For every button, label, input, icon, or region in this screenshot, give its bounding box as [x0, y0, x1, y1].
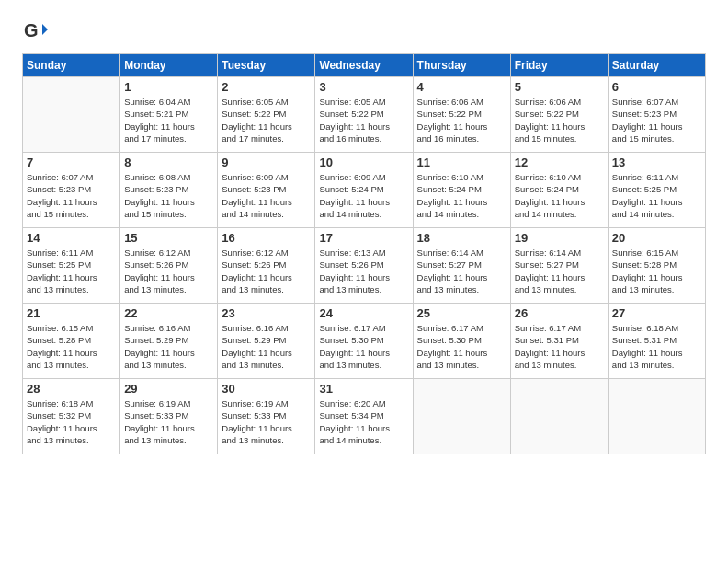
day-info: Sunrise: 6:14 AMSunset: 5:27 PMDaylight:… — [417, 247, 506, 295]
day-number: 31 — [319, 382, 408, 396]
day-header-wednesday: Wednesday — [315, 54, 413, 77]
day-info: Sunrise: 6:05 AMSunset: 5:22 PMDaylight:… — [319, 96, 408, 144]
calendar-cell: 25Sunrise: 6:17 AMSunset: 5:30 PMDayligh… — [413, 304, 510, 379]
day-info: Sunrise: 6:05 AMSunset: 5:22 PMDaylight:… — [222, 96, 311, 144]
day-info: Sunrise: 6:17 AMSunset: 5:31 PMDaylight:… — [515, 322, 604, 371]
calendar-cell: 10Sunrise: 6:09 AMSunset: 5:24 PMDayligh… — [315, 153, 413, 228]
day-number: 12 — [515, 155, 604, 169]
day-info: Sunrise: 6:17 AMSunset: 5:30 PMDaylight:… — [417, 322, 506, 371]
day-info: Sunrise: 6:07 AMSunset: 5:23 PMDaylight:… — [27, 171, 116, 220]
day-number: 26 — [515, 306, 604, 320]
day-number: 14 — [27, 231, 116, 245]
day-info: Sunrise: 6:18 AMSunset: 5:31 PMDaylight:… — [612, 322, 701, 371]
calendar-cell: 19Sunrise: 6:14 AMSunset: 5:27 PMDayligh… — [510, 228, 608, 304]
calendar-cell — [23, 77, 120, 153]
day-number: 4 — [417, 80, 506, 94]
calendar-cell: 22Sunrise: 6:16 AMSunset: 5:29 PMDayligh… — [120, 304, 218, 379]
svg-text:G: G — [24, 20, 39, 40]
calendar-cell: 1Sunrise: 6:04 AMSunset: 5:21 PMDaylight… — [120, 77, 218, 153]
day-number: 3 — [319, 80, 408, 94]
day-info: Sunrise: 6:12 AMSunset: 5:26 PMDaylight:… — [124, 247, 213, 295]
day-number: 10 — [319, 155, 408, 169]
calendar-cell: 20Sunrise: 6:15 AMSunset: 5:28 PMDayligh… — [608, 228, 705, 304]
day-number: 23 — [222, 306, 311, 320]
calendar-cell — [413, 379, 510, 454]
calendar-cell: 16Sunrise: 6:12 AMSunset: 5:26 PMDayligh… — [218, 228, 315, 304]
day-number: 20 — [612, 231, 701, 245]
day-info: Sunrise: 6:14 AMSunset: 5:27 PMDaylight:… — [515, 247, 604, 295]
calendar-cell: 3Sunrise: 6:05 AMSunset: 5:22 PMDaylight… — [315, 77, 413, 153]
day-info: Sunrise: 6:17 AMSunset: 5:30 PMDaylight:… — [319, 322, 408, 371]
day-info: Sunrise: 6:15 AMSunset: 5:28 PMDaylight:… — [612, 247, 701, 295]
calendar-cell: 30Sunrise: 6:19 AMSunset: 5:33 PMDayligh… — [218, 379, 315, 454]
day-header-saturday: Saturday — [608, 54, 705, 77]
day-info: Sunrise: 6:20 AMSunset: 5:34 PMDaylight:… — [319, 397, 408, 446]
logo: G — [22, 18, 51, 44]
calendar-cell: 27Sunrise: 6:18 AMSunset: 5:31 PMDayligh… — [608, 304, 705, 379]
calendar-cell: 9Sunrise: 6:09 AMSunset: 5:23 PMDaylight… — [218, 153, 315, 228]
day-number: 24 — [319, 306, 408, 320]
calendar-week-3: 14Sunrise: 6:11 AMSunset: 5:25 PMDayligh… — [23, 228, 706, 304]
calendar-cell — [608, 379, 705, 454]
day-number: 11 — [417, 155, 506, 169]
day-number: 8 — [124, 155, 213, 169]
day-number: 28 — [27, 382, 116, 396]
calendar-cell: 12Sunrise: 6:10 AMSunset: 5:24 PMDayligh… — [510, 153, 608, 228]
calendar-cell: 26Sunrise: 6:17 AMSunset: 5:31 PMDayligh… — [510, 304, 608, 379]
calendar-cell: 8Sunrise: 6:08 AMSunset: 5:23 PMDaylight… — [120, 153, 218, 228]
calendar-cell: 18Sunrise: 6:14 AMSunset: 5:27 PMDayligh… — [413, 228, 510, 304]
calendar-cell: 28Sunrise: 6:18 AMSunset: 5:32 PMDayligh… — [23, 379, 120, 454]
day-number: 7 — [27, 155, 116, 169]
day-number: 22 — [124, 306, 213, 320]
day-number: 27 — [612, 306, 701, 320]
day-header-tuesday: Tuesday — [218, 54, 315, 77]
calendar-week-4: 21Sunrise: 6:15 AMSunset: 5:28 PMDayligh… — [23, 304, 706, 379]
day-number: 6 — [612, 80, 701, 94]
calendar-cell: 7Sunrise: 6:07 AMSunset: 5:23 PMDaylight… — [23, 153, 120, 228]
calendar-week-2: 7Sunrise: 6:07 AMSunset: 5:23 PMDaylight… — [23, 153, 706, 228]
day-header-thursday: Thursday — [413, 54, 510, 77]
day-number: 2 — [222, 80, 311, 94]
calendar-cell: 13Sunrise: 6:11 AMSunset: 5:25 PMDayligh… — [608, 153, 705, 228]
day-info: Sunrise: 6:16 AMSunset: 5:29 PMDaylight:… — [222, 322, 311, 371]
calendar-table: SundayMondayTuesdayWednesdayThursdayFrid… — [22, 53, 706, 454]
day-number: 17 — [319, 231, 408, 245]
calendar-cell — [510, 379, 608, 454]
day-info: Sunrise: 6:10 AMSunset: 5:24 PMDaylight:… — [417, 171, 506, 220]
day-number: 19 — [515, 231, 604, 245]
logo-icon: G — [22, 18, 48, 44]
calendar-cell: 24Sunrise: 6:17 AMSunset: 5:30 PMDayligh… — [315, 304, 413, 379]
day-header-friday: Friday — [510, 54, 608, 77]
day-info: Sunrise: 6:10 AMSunset: 5:24 PMDaylight:… — [515, 171, 604, 220]
calendar-cell: 15Sunrise: 6:12 AMSunset: 5:26 PMDayligh… — [120, 228, 218, 304]
day-number: 5 — [515, 80, 604, 94]
day-info: Sunrise: 6:12 AMSunset: 5:26 PMDaylight:… — [222, 247, 311, 295]
page-header: G — [22, 18, 706, 44]
day-number: 13 — [612, 155, 701, 169]
day-number: 9 — [222, 155, 311, 169]
day-info: Sunrise: 6:13 AMSunset: 5:26 PMDaylight:… — [319, 247, 408, 295]
day-header-monday: Monday — [120, 54, 218, 77]
day-info: Sunrise: 6:15 AMSunset: 5:28 PMDaylight:… — [27, 322, 116, 371]
day-header-sunday: Sunday — [23, 54, 120, 77]
day-info: Sunrise: 6:16 AMSunset: 5:29 PMDaylight:… — [124, 322, 213, 371]
calendar-header: SundayMondayTuesdayWednesdayThursdayFrid… — [23, 54, 706, 77]
calendar-cell: 14Sunrise: 6:11 AMSunset: 5:25 PMDayligh… — [23, 228, 120, 304]
day-info: Sunrise: 6:09 AMSunset: 5:24 PMDaylight:… — [319, 171, 408, 220]
calendar-cell: 17Sunrise: 6:13 AMSunset: 5:26 PMDayligh… — [315, 228, 413, 304]
day-number: 1 — [124, 80, 213, 94]
calendar-cell: 5Sunrise: 6:06 AMSunset: 5:22 PMDaylight… — [510, 77, 608, 153]
day-info: Sunrise: 6:09 AMSunset: 5:23 PMDaylight:… — [222, 171, 311, 220]
day-info: Sunrise: 6:19 AMSunset: 5:33 PMDaylight:… — [222, 397, 311, 446]
calendar-cell: 4Sunrise: 6:06 AMSunset: 5:22 PMDaylight… — [413, 77, 510, 153]
day-info: Sunrise: 6:08 AMSunset: 5:23 PMDaylight:… — [124, 171, 213, 220]
day-number: 29 — [124, 382, 213, 396]
day-info: Sunrise: 6:07 AMSunset: 5:23 PMDaylight:… — [612, 96, 701, 144]
calendar-cell: 31Sunrise: 6:20 AMSunset: 5:34 PMDayligh… — [315, 379, 413, 454]
calendar-week-5: 28Sunrise: 6:18 AMSunset: 5:32 PMDayligh… — [23, 379, 706, 454]
calendar-cell: 6Sunrise: 6:07 AMSunset: 5:23 PMDaylight… — [608, 77, 705, 153]
day-info: Sunrise: 6:04 AMSunset: 5:21 PMDaylight:… — [124, 96, 213, 144]
day-number: 30 — [222, 382, 311, 396]
day-info: Sunrise: 6:06 AMSunset: 5:22 PMDaylight:… — [515, 96, 604, 144]
calendar-cell: 21Sunrise: 6:15 AMSunset: 5:28 PMDayligh… — [23, 304, 120, 379]
